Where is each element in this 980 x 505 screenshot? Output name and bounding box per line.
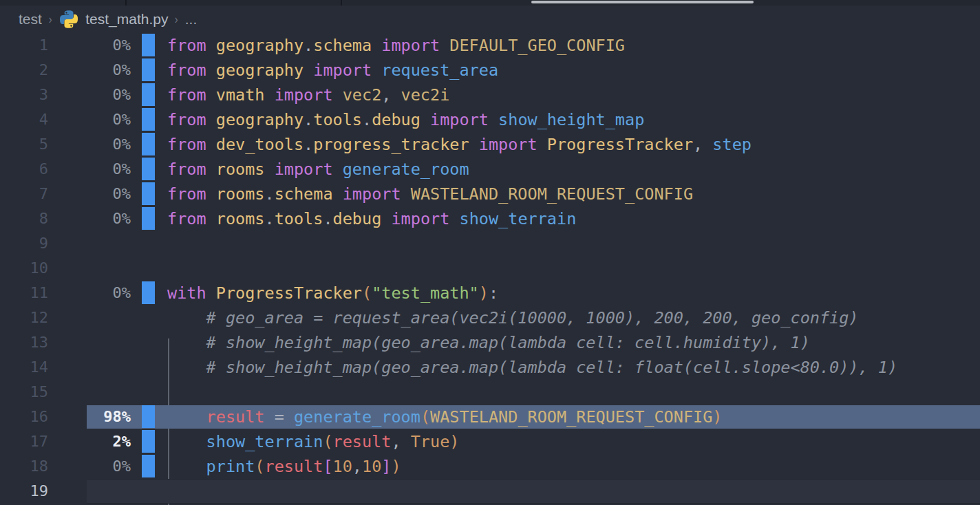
profile-gutter-block <box>142 158 155 180</box>
tab-divider <box>125 0 127 6</box>
profile-gutter-block <box>142 58 155 81</box>
code-text[interactable]: show_terrain(result, True) <box>167 429 459 454</box>
code-text[interactable]: print(result[10,10]) <box>167 454 401 479</box>
profile-gutter-block <box>142 405 155 428</box>
code-line[interactable]: 9 <box>0 231 980 256</box>
profile-percent: 0% <box>48 83 131 107</box>
code-text[interactable]: from rooms.tools.debug import show_terra… <box>167 206 576 231</box>
code-text[interactable]: from geography.tools.debug import show_h… <box>167 107 644 132</box>
code-line[interactable]: 13 # show_height_map(geo_area.map(lambda… <box>0 330 980 355</box>
line-number[interactable]: 17 <box>0 429 48 454</box>
code-line[interactable]: 14 # show_height_map(geo_area.map(lambda… <box>0 355 980 380</box>
profile-percent: 0% <box>48 206 131 231</box>
code-area[interactable]: 10%from geography.schema import DEFAULT_… <box>0 33 980 505</box>
code-text[interactable]: from vmath import vec2, vec2i <box>167 83 449 107</box>
code-line[interactable]: 10%from geography.schema import DEFAULT_… <box>0 33 980 58</box>
line-number[interactable]: 9 <box>0 231 48 256</box>
code-text[interactable]: from dev_tools.progress_tracker import P… <box>167 132 752 157</box>
profile-percent: 0% <box>48 454 131 479</box>
code-text[interactable]: # show_height_map(geo_area.map(lambda ce… <box>167 355 897 380</box>
code-line[interactable]: 19 <box>0 479 980 504</box>
line-number[interactable]: 10 <box>0 256 48 281</box>
profile-percent: 98% <box>48 405 131 429</box>
code-text[interactable]: result = generate_room(WASTELAND_ROOM_RE… <box>167 405 723 429</box>
code-text[interactable]: # show_height_map(geo_area.map(lambda ce… <box>167 330 810 355</box>
profile-gutter-block <box>142 455 155 477</box>
breadcrumb-file[interactable]: test_math.py <box>85 11 168 28</box>
breadcrumb-symbol-more[interactable]: ... <box>185 11 198 28</box>
current-line-highlight <box>87 479 980 504</box>
code-line[interactable]: 15 <box>0 380 980 405</box>
python-icon <box>60 10 78 28</box>
line-number[interactable]: 18 <box>0 454 48 479</box>
code-text[interactable]: from geography import request_area <box>167 58 498 83</box>
profile-percent: 0% <box>48 157 131 182</box>
line-number[interactable]: 13 <box>0 330 48 355</box>
profile-gutter-block <box>142 182 155 205</box>
line-number[interactable]: 11 <box>0 281 48 305</box>
line-number[interactable]: 6 <box>0 157 48 182</box>
breadcrumb: test › test_math.py › ... <box>0 6 980 33</box>
profile-percent: 0% <box>48 281 131 305</box>
code-line[interactable]: 172% show_terrain(result, True) <box>0 429 980 454</box>
profile-percent: 0% <box>48 107 131 132</box>
code-line[interactable]: 180% print(result[10,10]) <box>0 454 980 479</box>
code-line[interactable]: 110%with ProgressTracker("test_math"): <box>0 281 980 305</box>
profile-gutter-block <box>142 83 155 106</box>
code-text[interactable]: # geo_area = request_area(vec2i(10000, 1… <box>167 305 859 330</box>
line-number[interactable]: 14 <box>0 355 48 380</box>
line-number[interactable]: 4 <box>0 107 48 132</box>
line-number[interactable]: 2 <box>0 58 48 83</box>
code-line[interactable]: 30%from vmath import vec2, vec2i <box>0 83 980 107</box>
line-number[interactable]: 12 <box>0 305 48 330</box>
line-number[interactable]: 15 <box>0 380 48 405</box>
profile-gutter-block <box>142 281 155 304</box>
code-line[interactable]: 20%from geography import request_area <box>0 58 980 83</box>
profile-percent: 0% <box>48 33 131 58</box>
code-editor-window: test › test_math.py › ... 10%from geogra… <box>0 0 980 505</box>
code-line[interactable]: 40%from geography.tools.debug import sho… <box>0 107 980 132</box>
code-text[interactable]: with ProgressTracker("test_math"): <box>167 281 498 305</box>
profile-gutter-block <box>142 430 155 453</box>
profile-percent: 0% <box>48 182 131 206</box>
code-line[interactable]: 1698% result = generate_room(WASTELAND_R… <box>0 405 980 429</box>
profile-gutter-block <box>142 207 155 230</box>
line-number[interactable]: 8 <box>0 206 48 231</box>
code-text[interactable]: from rooms.schema import WASTELAND_ROOM_… <box>167 182 693 206</box>
line-number[interactable]: 16 <box>0 405 48 429</box>
profile-percent: 0% <box>48 58 131 83</box>
profile-gutter-block <box>142 133 155 155</box>
profile-percent: 2% <box>48 429 131 454</box>
breadcrumb-folder[interactable]: test <box>19 11 42 28</box>
profile-gutter-block <box>142 34 155 56</box>
code-line[interactable]: 60%from rooms import generate_room <box>0 157 980 182</box>
line-number[interactable]: 7 <box>0 182 48 206</box>
code-line[interactable]: 12 # geo_area = request_area(vec2i(10000… <box>0 305 980 330</box>
code-line[interactable]: 50%from dev_tools.progress_tracker impor… <box>0 132 980 157</box>
line-number[interactable]: 19 <box>0 479 48 504</box>
code-text[interactable]: from rooms import generate_room <box>167 157 469 182</box>
code-line[interactable]: 70%from rooms.schema import WASTELAND_RO… <box>0 182 980 206</box>
chevron-right-icon: › <box>49 12 52 27</box>
line-number[interactable]: 3 <box>0 83 48 107</box>
code-text[interactable]: from geography.schema import DEFAULT_GEO… <box>167 33 625 58</box>
line-number[interactable]: 5 <box>0 132 48 157</box>
code-line[interactable]: 80%from rooms.tools.debug import show_te… <box>0 206 980 231</box>
tab-scrollbar[interactable] <box>531 1 754 3</box>
line-number[interactable]: 1 <box>0 33 48 58</box>
code-line[interactable]: 10 <box>0 256 980 281</box>
tab-divider <box>341 0 342 6</box>
profile-percent: 0% <box>48 132 131 157</box>
profile-gutter-block <box>142 108 155 131</box>
chevron-right-icon: › <box>175 12 178 27</box>
tab-bar-edge <box>0 0 980 6</box>
